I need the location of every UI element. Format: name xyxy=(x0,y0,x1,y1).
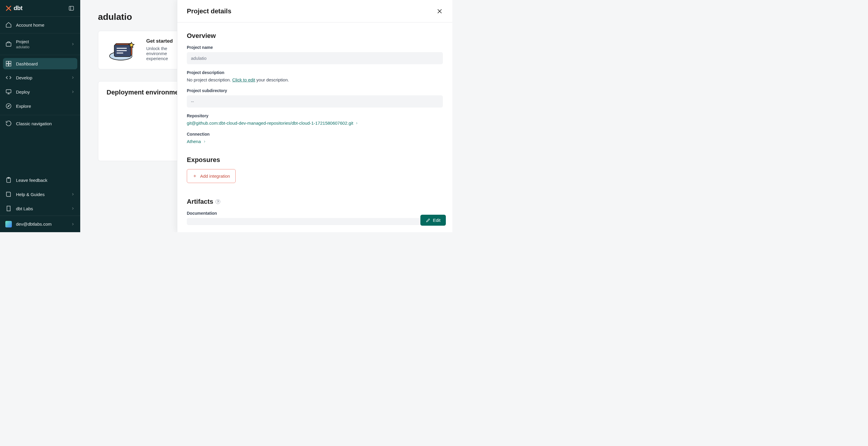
sidebar-item-dbt-labs[interactable]: dbt Labs xyxy=(0,201,80,216)
field-label: Project name xyxy=(187,45,443,50)
sidebar-item-user[interactable]: dev@dbtlabs.com xyxy=(0,216,80,232)
edit-description-link[interactable]: Click to edit xyxy=(232,77,255,82)
project-name-value[interactable]: adulatio xyxy=(187,52,443,64)
text: No project description. xyxy=(187,77,232,82)
close-icon xyxy=(436,8,443,14)
button-label: Add integration xyxy=(200,174,230,179)
field-connection: Connection Athena xyxy=(187,132,443,144)
svg-rect-7 xyxy=(6,90,11,93)
pencil-icon xyxy=(426,218,430,223)
field-project-name: Project name adulatio xyxy=(187,45,443,64)
text: your description. xyxy=(255,77,289,82)
home-icon xyxy=(5,22,12,28)
project-details-panel: Project details Overview Project name ad… xyxy=(177,0,452,232)
sidebar-item-deploy[interactable]: Deploy xyxy=(0,85,80,99)
dbt-logo-icon xyxy=(5,5,12,11)
close-button[interactable] xyxy=(436,8,443,14)
panel-title: Project details xyxy=(187,7,231,15)
artifacts-label: Artifacts xyxy=(187,198,213,206)
dashboard-icon xyxy=(5,60,12,67)
svg-marker-11 xyxy=(8,105,9,107)
button-label: Edit xyxy=(433,218,440,223)
sidebar-item-label: dbt Labs xyxy=(16,206,67,211)
chevron-right-icon xyxy=(71,42,75,46)
sidebar-item-label: Deploy xyxy=(16,89,67,94)
sidebar-item-dashboard[interactable]: Dashboard xyxy=(3,58,77,69)
connection-link[interactable]: Athena xyxy=(187,139,206,144)
field-label: Project description xyxy=(187,70,443,75)
project-subdirectory-value[interactable]: -- xyxy=(187,95,443,108)
sidebar-item-label: Project xyxy=(16,39,67,44)
sidebar-item-label: Account home xyxy=(16,23,75,28)
sidebar-item-develop[interactable]: Develop xyxy=(0,70,80,85)
field-project-subdirectory: Project subdirectory -- xyxy=(187,88,443,108)
connection-value: Athena xyxy=(187,139,201,144)
svg-rect-3 xyxy=(6,61,8,63)
text: environme xyxy=(146,51,167,56)
sidebar-header: dbt xyxy=(0,0,80,17)
chevron-right-icon xyxy=(71,192,75,196)
code-icon xyxy=(5,74,12,81)
chevron-right-icon xyxy=(355,121,359,125)
chevron-right-icon xyxy=(71,90,75,94)
exposures-heading: Exposures xyxy=(187,156,443,164)
logo-text: dbt xyxy=(13,5,23,11)
svg-rect-5 xyxy=(6,64,8,66)
svg-rect-14 xyxy=(7,206,10,211)
svg-rect-2 xyxy=(6,43,11,46)
field-label: Project subdirectory xyxy=(187,88,443,93)
add-integration-button[interactable]: ＋ Add integration xyxy=(187,169,236,183)
sidebar-item-label: Develop xyxy=(16,75,67,80)
plus-icon: ＋ xyxy=(192,173,197,179)
briefcase-icon xyxy=(5,41,12,48)
panel-body: Overview Project name adulatio Project d… xyxy=(177,23,452,232)
get-started-illustration xyxy=(106,38,139,62)
project-description-text: No project description. Click to edit yo… xyxy=(187,77,443,82)
sidebar-collapse-button[interactable] xyxy=(68,5,75,12)
chevron-right-icon xyxy=(203,140,206,143)
field-documentation: Documentation xyxy=(187,211,443,225)
field-label: Documentation xyxy=(187,211,443,216)
repository-link[interactable]: git@github.com:dbt-cloud-dev-managed-rep… xyxy=(187,121,359,125)
sidebar-item-sublabel: adulatio xyxy=(16,45,67,49)
svg-rect-4 xyxy=(9,61,11,63)
svg-rect-0 xyxy=(69,6,74,10)
chevron-right-icon xyxy=(71,222,75,226)
undo-icon xyxy=(5,120,12,127)
repository-value: git@github.com:dbt-cloud-dev-managed-rep… xyxy=(187,121,353,125)
sidebar-item-account-home[interactable]: Account home xyxy=(0,18,80,32)
chevron-right-icon xyxy=(71,206,75,211)
sidebar-item-project[interactable]: Project adulatio xyxy=(0,35,80,54)
avatar xyxy=(5,221,12,228)
get-started-body: Unlock the environme experience xyxy=(146,46,173,61)
info-icon[interactable]: ? xyxy=(216,199,220,204)
deploy-icon xyxy=(5,89,12,95)
sidebar-item-classic-navigation[interactable]: Classic navigation xyxy=(0,116,80,130)
sidebar-item-help-guides[interactable]: Help & Guides xyxy=(0,187,80,201)
sidebar: dbt Account home Project adulatio Dashbo… xyxy=(0,0,80,232)
edit-button[interactable]: Edit xyxy=(421,215,446,226)
sidebar-item-explore[interactable]: Explore xyxy=(0,99,80,113)
field-label: Repository xyxy=(187,113,443,118)
text: Unlock the xyxy=(146,46,167,51)
field-repository: Repository git@github.com:dbt-cloud-dev-… xyxy=(187,113,443,126)
sidebar-item-label: Dashboard xyxy=(16,61,75,66)
chevron-right-icon xyxy=(71,76,75,80)
svg-point-10 xyxy=(6,103,11,109)
user-email: dev@dbtlabs.com xyxy=(16,221,67,227)
compass-icon xyxy=(5,103,12,109)
svg-rect-6 xyxy=(9,64,11,66)
book-icon xyxy=(5,191,12,198)
sidebar-item-label: Help & Guides xyxy=(16,192,67,197)
documentation-value[interactable] xyxy=(187,218,443,225)
logo[interactable]: dbt xyxy=(5,5,23,11)
sidebar-item-label: Leave feedback xyxy=(16,178,75,183)
clipboard-icon xyxy=(5,177,12,183)
sidebar-item-leave-feedback[interactable]: Leave feedback xyxy=(0,173,80,187)
get-started-title: Get started xyxy=(146,38,173,44)
field-project-description: Project description No project descripti… xyxy=(187,70,443,82)
overview-heading: Overview xyxy=(187,32,443,40)
text: experience xyxy=(146,56,168,61)
artifacts-heading: Artifacts ? xyxy=(187,198,443,206)
sidebar-item-label: Explore xyxy=(16,103,75,109)
